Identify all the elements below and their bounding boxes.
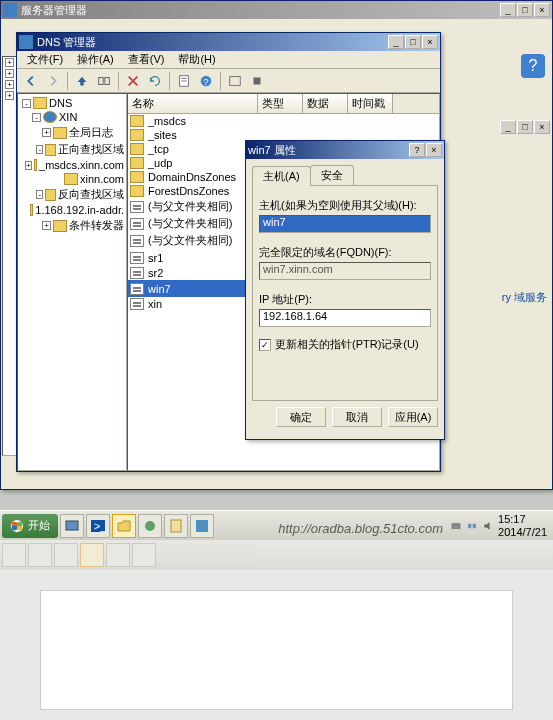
row-name: (与父文件夹相同) bbox=[148, 233, 260, 248]
up-button[interactable] bbox=[72, 71, 92, 91]
stop-button[interactable] bbox=[247, 71, 267, 91]
menu-help[interactable]: 帮助(H) bbox=[172, 51, 221, 68]
folder-icon bbox=[45, 189, 56, 201]
row-name: (与父文件夹相同) bbox=[148, 199, 260, 214]
quicklaunch-app1[interactable] bbox=[138, 514, 162, 538]
properties-button[interactable] bbox=[174, 71, 194, 91]
bg-close-button[interactable]: × bbox=[534, 120, 550, 134]
show-hide-button[interactable] bbox=[94, 71, 114, 91]
menu-file[interactable]: 文件(F) bbox=[21, 51, 69, 68]
tree-expander[interactable]: - bbox=[36, 190, 43, 199]
start-button[interactable]: 开始 bbox=[2, 514, 58, 538]
start-label: 开始 bbox=[28, 518, 50, 533]
host-input[interactable]: win7 bbox=[259, 215, 431, 233]
quicklaunch-powershell[interactable]: >_ bbox=[86, 514, 110, 538]
dns-maximize-button[interactable]: □ bbox=[405, 35, 421, 49]
list-row[interactable]: _msdcs bbox=[128, 114, 439, 128]
dns-titlebar[interactable]: DNS 管理器 _ □ × bbox=[17, 33, 440, 51]
record-icon bbox=[130, 298, 144, 310]
tab-security[interactable]: 安全 bbox=[310, 165, 354, 185]
bg-maximize-button[interactable]: □ bbox=[517, 120, 533, 134]
quicklaunch-app2[interactable] bbox=[190, 514, 214, 538]
props-close-button[interactable]: × bbox=[426, 143, 442, 157]
back-button[interactable] bbox=[21, 71, 41, 91]
column-header[interactable]: 数据 bbox=[303, 94, 348, 113]
tree-node[interactable]: xinn.com bbox=[20, 172, 124, 186]
ok-button[interactable]: 确定 bbox=[276, 407, 326, 427]
background-window-controls: _ □ × bbox=[440, 120, 550, 140]
svg-rect-7 bbox=[230, 76, 241, 85]
tree-expander[interactable]: + bbox=[25, 161, 32, 170]
tray-time: 15:17 bbox=[498, 513, 547, 525]
props-help-button[interactable]: ? bbox=[409, 143, 425, 157]
tree-expander[interactable]: + bbox=[5, 69, 14, 78]
ip-input[interactable]: 192.168.1.64 bbox=[259, 309, 431, 327]
svg-point-13 bbox=[145, 521, 155, 531]
quicklaunch-server-manager[interactable] bbox=[60, 514, 84, 538]
server-manager-titlebar[interactable]: 服务器管理器 _ □ × bbox=[1, 1, 552, 19]
maximize-button[interactable]: □ bbox=[517, 3, 533, 17]
tree-node[interactable]: -DNS bbox=[20, 96, 124, 110]
forward-button[interactable] bbox=[43, 71, 63, 91]
apply-button[interactable]: 应用(A) bbox=[388, 407, 438, 427]
help-icon[interactable]: ? bbox=[521, 54, 545, 78]
row-name: xin bbox=[148, 298, 260, 310]
tree-expander[interactable]: + bbox=[5, 91, 14, 100]
system-tray[interactable]: 15:17 2014/7/21 bbox=[446, 513, 551, 537]
tab-host[interactable]: 主机(A) bbox=[252, 166, 311, 186]
props-tabs: 主机(A) 安全 bbox=[252, 165, 438, 185]
dns-title: DNS 管理器 bbox=[37, 35, 96, 50]
folder-icon bbox=[130, 115, 144, 127]
folder-icon bbox=[45, 144, 56, 156]
tree-node[interactable]: -反向查找区域 bbox=[20, 186, 124, 203]
help-button[interactable]: ? bbox=[196, 71, 216, 91]
column-header[interactable]: 类型 bbox=[258, 94, 303, 113]
row-name: sr2 bbox=[148, 267, 260, 279]
tree-node[interactable]: -XIN bbox=[20, 110, 124, 124]
quicklaunch-explorer[interactable] bbox=[112, 514, 136, 538]
props-titlebar[interactable]: win7 属性 ? × bbox=[246, 141, 444, 159]
tree-node[interactable]: 1.168.192.in-addr. bbox=[20, 203, 124, 217]
close-button[interactable]: × bbox=[534, 3, 550, 17]
svg-text:>_: >_ bbox=[94, 520, 106, 532]
network-icon[interactable] bbox=[466, 520, 478, 532]
ptr-checkbox-row[interactable]: ✓ 更新相关的指针(PTR)记录(U) bbox=[259, 337, 431, 352]
server-manager-title: 服务器管理器 bbox=[21, 3, 87, 18]
tree-expander[interactable]: + bbox=[42, 221, 51, 230]
menu-view[interactable]: 查看(V) bbox=[122, 51, 171, 68]
cancel-button[interactable]: 取消 bbox=[332, 407, 382, 427]
tray-icon[interactable] bbox=[450, 520, 462, 532]
dns-close-button[interactable]: × bbox=[422, 35, 438, 49]
globe-icon bbox=[43, 111, 57, 123]
tree-expander[interactable]: + bbox=[42, 128, 51, 137]
tree-expander[interactable]: + bbox=[5, 80, 14, 89]
tree-expander[interactable]: - bbox=[22, 99, 31, 108]
tree-node[interactable]: +条件转发器 bbox=[20, 217, 124, 234]
taskbar: 开始 >_ http://oradba.blog.51cto.com 15:17… bbox=[0, 510, 553, 540]
svg-rect-17 bbox=[468, 523, 471, 528]
tree-node[interactable]: +全局日志 bbox=[20, 124, 124, 141]
volume-icon[interactable] bbox=[482, 520, 494, 532]
filter-button[interactable] bbox=[225, 71, 245, 91]
properties-dialog: win7 属性 ? × 主机(A) 安全 主机(如果为空则使用其父域)(H): … bbox=[245, 140, 445, 440]
delete-button[interactable] bbox=[123, 71, 143, 91]
svg-rect-8 bbox=[254, 77, 261, 84]
props-title: win7 属性 bbox=[248, 143, 296, 158]
tree-node[interactable]: +_msdcs.xinn.com bbox=[20, 158, 124, 172]
folder-icon bbox=[130, 143, 144, 155]
tree-expander[interactable]: - bbox=[32, 113, 41, 122]
menu-action[interactable]: 操作(A) bbox=[71, 51, 120, 68]
dns-minimize-button[interactable]: _ bbox=[388, 35, 404, 49]
dns-tree[interactable]: -DNS-XIN+全局日志-正向查找区域+_msdcs.xinn.comxinn… bbox=[17, 93, 127, 471]
tree-expander[interactable]: + bbox=[5, 58, 14, 67]
tree-node[interactable]: -正向查找区域 bbox=[20, 141, 124, 158]
minimize-button[interactable]: _ bbox=[500, 3, 516, 17]
record-icon bbox=[130, 235, 144, 247]
bg-minimize-button[interactable]: _ bbox=[500, 120, 516, 134]
checkbox-icon[interactable]: ✓ bbox=[259, 339, 271, 351]
tree-expander[interactable]: - bbox=[36, 145, 43, 154]
quicklaunch-notepad[interactable] bbox=[164, 514, 188, 538]
column-header[interactable]: 名称 bbox=[128, 94, 258, 113]
column-header[interactable]: 时间戳 bbox=[348, 94, 393, 113]
refresh-button[interactable] bbox=[145, 71, 165, 91]
